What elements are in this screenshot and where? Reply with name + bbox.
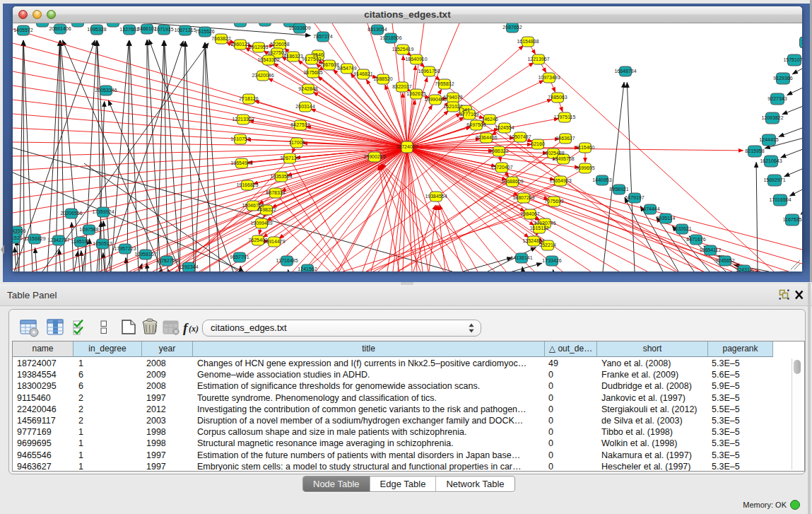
svg-text:20206556: 20206556 [60, 211, 82, 216]
svg-text:15692971: 15692971 [763, 177, 785, 182]
svg-text:62160: 62160 [531, 141, 545, 146]
svg-text:20691406: 20691406 [49, 26, 71, 31]
svg-text:1405572: 1405572 [13, 28, 33, 33]
svg-text:4498222: 4498222 [257, 207, 276, 212]
svg-text:8878334: 8878334 [266, 190, 285, 195]
svg-text:12093822: 12093822 [761, 115, 783, 120]
svg-text:746246: 746246 [481, 117, 498, 122]
svg-text:10958167: 10958167 [134, 252, 156, 257]
svg-text:7075692: 7075692 [544, 199, 563, 204]
svg-text:8958921: 8958921 [609, 187, 628, 192]
svg-text:8454749: 8454749 [337, 66, 356, 71]
svg-text:f: f [183, 320, 189, 335]
svg-text:12156829: 12156829 [23, 236, 45, 241]
svg-text:10973493: 10973493 [538, 75, 560, 80]
svg-text:9146821: 9146821 [353, 71, 372, 76]
svg-text:25900215: 25900215 [363, 154, 385, 159]
svg-text:12213302: 12213302 [232, 117, 254, 122]
svg-text:2718126: 2718126 [239, 96, 258, 101]
svg-text:1588520: 1588520 [373, 76, 392, 81]
svg-text:23420046: 23420046 [252, 73, 273, 78]
svg-text:8912953: 8912953 [249, 45, 268, 49]
svg-text:9129366: 9129366 [773, 76, 792, 81]
svg-text:124312: 124312 [736, 267, 752, 271]
svg-text:1621022: 1621022 [443, 104, 462, 109]
svg-text:1095328: 1095328 [87, 27, 106, 32]
svg-text:10654112: 10654112 [700, 247, 722, 252]
svg-text:19654945: 19654945 [230, 160, 252, 165]
svg-text:1244415: 1244415 [759, 137, 778, 142]
svg-text:16648784: 16648784 [614, 69, 636, 74]
svg-text:8960125: 8960125 [230, 42, 249, 47]
svg-text:10507487: 10507487 [509, 134, 531, 139]
svg-text:7857274: 7857274 [313, 34, 332, 39]
svg-text:252214: 252214 [539, 243, 555, 247]
svg-text:5226058: 5226058 [270, 42, 289, 47]
svg-text:8215958: 8215958 [745, 148, 764, 153]
svg-text:13654923: 13654923 [549, 178, 571, 183]
svg-text:2087652: 2087652 [502, 25, 522, 30]
svg-text:6794078: 6794078 [443, 95, 462, 100]
svg-text:1143506: 1143506 [13, 228, 25, 233]
svg-text:117004: 117004 [289, 140, 305, 145]
svg-text:9115460: 9115460 [576, 145, 595, 150]
svg-text:8471676: 8471676 [686, 237, 705, 242]
svg-text:1733426: 1733426 [542, 258, 561, 263]
svg-text:1145193: 1145193 [71, 239, 90, 244]
svg-text:1362615: 1362615 [406, 91, 425, 96]
svg-text:10671315: 10671315 [174, 28, 196, 33]
svg-text:1097588: 1097588 [79, 227, 98, 232]
svg-text:1071915: 1071915 [154, 27, 173, 32]
svg-text:2603144: 2603144 [295, 104, 314, 109]
svg-text:16154838: 16154838 [517, 39, 539, 44]
svg-text:17016504: 17016504 [769, 197, 791, 202]
svg-text:391526: 391526 [13, 235, 23, 240]
svg-text:1167535: 1167535 [783, 217, 802, 222]
svg-text:9227343: 9227343 [767, 96, 787, 101]
svg-text:9242848: 9242848 [298, 86, 317, 91]
svg-text:8186323: 8186323 [283, 54, 302, 59]
svg-text:17975115: 17975115 [554, 115, 576, 119]
svg-text:9857791: 9857791 [230, 255, 249, 259]
svg-text:18807249: 18807249 [512, 195, 534, 200]
svg-text:9699695: 9699695 [575, 165, 594, 170]
svg-text:17957223: 17957223 [114, 246, 136, 251]
svg-text:29053346: 29053346 [95, 88, 117, 93]
svg-text:1615112: 1615112 [530, 226, 549, 230]
svg-text:19166825: 19166825 [236, 182, 258, 187]
svg-text:8322037: 8322037 [392, 84, 411, 89]
svg-text:16961758: 16961758 [418, 69, 440, 74]
svg-text:6497508: 6497508 [466, 122, 486, 127]
svg-text:1440953: 1440953 [592, 177, 611, 182]
svg-text:1624554: 1624554 [495, 125, 514, 130]
svg-text:15720407: 15720407 [490, 165, 512, 170]
svg-text:7485063: 7485063 [548, 95, 567, 100]
svg-text:1327602: 1327602 [119, 27, 139, 32]
svg-text:1241562: 1241562 [298, 267, 317, 271]
svg-text:9463627: 9463627 [555, 136, 575, 141]
svg-text:10120746: 10120746 [534, 221, 555, 226]
svg-text:11525419: 11525419 [392, 47, 414, 52]
svg-text:2367608: 2367608 [319, 62, 339, 67]
svg-text:8813054: 8813054 [367, 27, 387, 32]
svg-text:6479197: 6479197 [625, 195, 644, 200]
svg-text:19218506: 19218506 [379, 35, 401, 40]
svg-text:12342737: 12342737 [47, 238, 69, 243]
svg-text:14353594: 14353594 [270, 174, 292, 179]
svg-text:2935114: 2935114 [657, 216, 676, 221]
svg-text:18640910: 18640910 [405, 57, 427, 62]
svg-text:2984067: 2984067 [520, 211, 539, 216]
svg-text:17359924: 17359924 [92, 209, 114, 214]
svg-text:9127503: 9127503 [302, 57, 321, 62]
svg-text:10025488: 10025488 [542, 151, 564, 156]
svg-text:9777169: 9777169 [459, 112, 478, 117]
svg-text:(x): (x) [189, 324, 199, 334]
svg-text:14136141: 14136141 [510, 255, 532, 260]
svg-text:18724007: 18724007 [396, 144, 418, 149]
svg-text:16914479: 16914479 [263, 239, 285, 244]
svg-text:1250513: 1250513 [93, 241, 112, 246]
svg-text:9474444: 9474444 [640, 206, 659, 211]
svg-text:9245652: 9245652 [715, 258, 734, 263]
svg-text:3267130: 3267130 [280, 156, 299, 160]
svg-text:12213967: 12213967 [527, 57, 549, 62]
